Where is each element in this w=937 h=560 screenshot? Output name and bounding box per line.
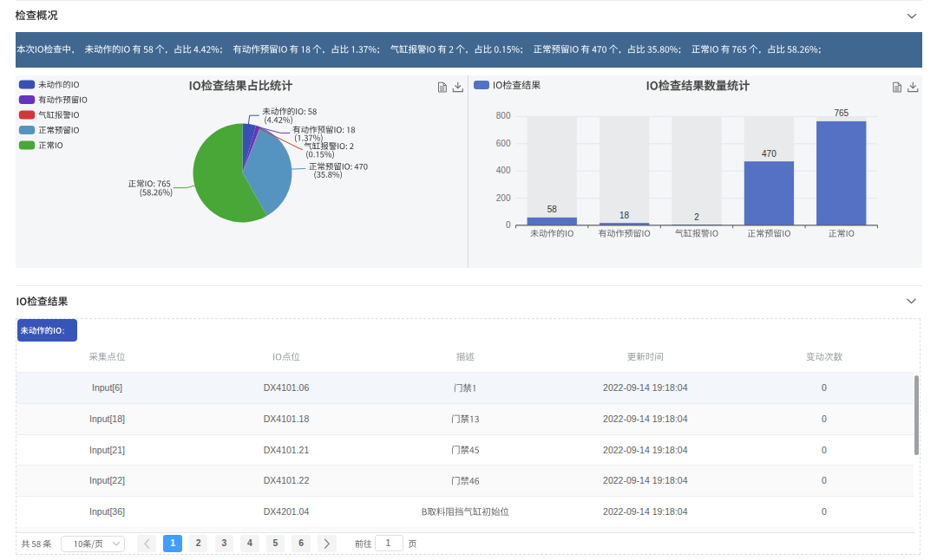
- svg-text:470: 470: [762, 149, 776, 159]
- svg-text:58: 58: [547, 205, 558, 214]
- svg-text:18: 18: [619, 211, 630, 220]
- svg-text:765: 765: [834, 108, 849, 118]
- svg-text:2: 2: [694, 212, 699, 222]
